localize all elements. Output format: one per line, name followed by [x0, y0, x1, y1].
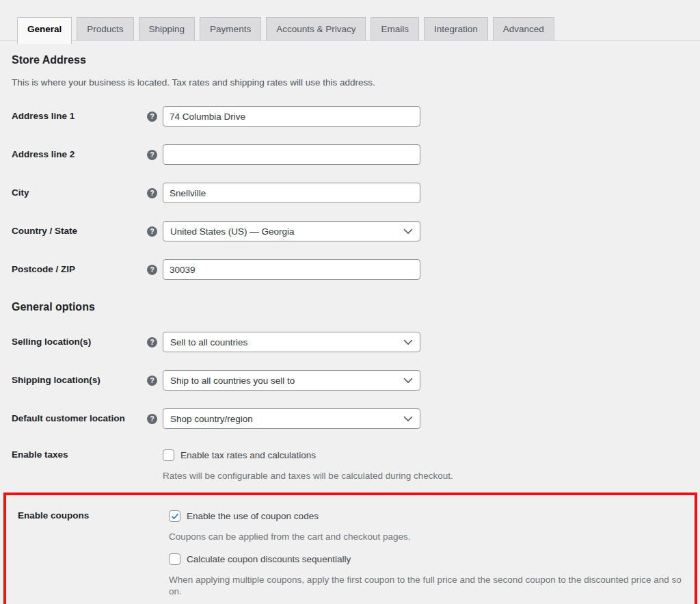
tab-payments[interactable]: Payments — [200, 17, 261, 40]
city-label: City — [12, 187, 147, 198]
enable-taxes-row: Enable taxes Enable tax rates and calcul… — [12, 449, 686, 482]
selling-location-selected-value: Sell to all countries — [170, 337, 247, 347]
settings-content: Store Address This is where your busines… — [0, 53, 700, 482]
help-icon[interactable]: ? — [147, 226, 157, 237]
checkmark-icon — [171, 512, 179, 521]
city-input[interactable] — [163, 183, 420, 203]
address-line-2-input[interactable] — [163, 144, 420, 165]
address-line-1-label: Address line 1 — [12, 111, 147, 122]
enable-taxes-checkbox[interactable] — [163, 449, 174, 461]
enable-coupon-codes-checkbox[interactable] — [169, 510, 180, 522]
selling-location-select[interactable]: Sell to all countries — [163, 332, 420, 352]
default-customer-location-selected-value: Shop country/region — [170, 414, 253, 424]
postcode-zip-input[interactable] — [163, 259, 420, 280]
selling-location-row: Selling location(s) ? Sell to all countr… — [12, 332, 686, 352]
sequential-coupons-description: When applying multiple coupons, apply th… — [169, 574, 686, 597]
tab-general[interactable]: General — [17, 17, 72, 44]
settings-tab-bar: General Products Shipping Payments Accou… — [0, 0, 700, 41]
enable-taxes-fieldset: Enable tax rates and calculations Rates … — [163, 449, 453, 482]
store-address-description: This is where your business is located. … — [12, 77, 686, 88]
help-icon[interactable]: ? — [147, 188, 157, 198]
sequential-coupons-checkbox-label[interactable]: Calculate coupon discounts sequentially — [187, 553, 351, 565]
enable-coupons-row: Enable coupons Enable the use of coupon … — [18, 510, 686, 597]
enable-coupon-codes-description: Coupons can be applied from the cart and… — [169, 531, 686, 542]
enable-taxes-description: Rates will be configurable and taxes wil… — [163, 470, 453, 482]
tab-shipping[interactable]: Shipping — [139, 17, 196, 40]
country-state-select[interactable]: United States (US) — Georgia — [163, 221, 420, 241]
enable-taxes-checkbox-line[interactable]: Enable tax rates and calculations — [163, 449, 453, 461]
country-state-row: Country / State ? United States (US) — G… — [12, 221, 686, 241]
general-options-heading: General options — [12, 300, 686, 313]
shipping-location-selected-value: Ship to all countries you sell to — [170, 376, 295, 386]
tab-accounts-privacy[interactable]: Accounts & Privacy — [266, 17, 366, 40]
sequential-coupons-checkbox-line[interactable]: Calculate coupon discounts sequentially — [169, 553, 686, 565]
chevron-down-icon — [403, 339, 413, 345]
tab-advanced[interactable]: Advanced — [493, 17, 554, 40]
tab-products[interactable]: Products — [77, 17, 133, 40]
enable-taxes-checkbox-label[interactable]: Enable tax rates and calculations — [180, 449, 316, 461]
enable-taxes-label: Enable taxes — [12, 449, 163, 460]
highlight-box: Enable coupons Enable the use of coupon … — [3, 493, 697, 604]
help-icon[interactable]: ? — [147, 376, 157, 386]
default-customer-location-label: Default customer location — [12, 413, 147, 424]
tab-integration[interactable]: Integration — [424, 17, 488, 40]
help-icon[interactable]: ? — [147, 265, 157, 275]
enable-coupon-codes-checkbox-label[interactable]: Enable the use of coupon codes — [187, 510, 319, 522]
default-customer-location-row: Default customer location ? Shop country… — [12, 408, 686, 429]
help-icon[interactable]: ? — [147, 337, 157, 347]
enable-coupons-label: Enable coupons — [18, 510, 169, 521]
address-line-1-input[interactable] — [163, 106, 420, 127]
store-address-heading: Store Address — [12, 53, 686, 66]
postcode-zip-row: Postcode / ZIP ? — [12, 259, 686, 280]
enable-coupon-codes-checkbox-line[interactable]: Enable the use of coupon codes — [169, 510, 686, 522]
address-line-2-label: Address line 2 — [12, 149, 147, 160]
address-line-2-row: Address line 2 ? — [12, 144, 686, 165]
chevron-down-icon — [403, 416, 413, 422]
help-icon[interactable]: ? — [147, 150, 157, 160]
chevron-down-icon — [403, 378, 413, 384]
postcode-zip-label: Postcode / ZIP — [12, 264, 147, 275]
help-icon[interactable]: ? — [147, 111, 157, 122]
shipping-location-label: Shipping location(s) — [12, 375, 147, 386]
selling-location-label: Selling location(s) — [12, 337, 147, 347]
city-row: City ? — [12, 183, 686, 203]
address-line-1-row: Address line 1 ? — [12, 106, 686, 127]
country-state-selected-value: United States (US) — Georgia — [170, 226, 295, 237]
help-icon[interactable]: ? — [147, 414, 157, 424]
enable-coupons-fieldset: Enable the use of coupon codes Coupons c… — [169, 510, 686, 597]
chevron-down-icon — [403, 228, 413, 235]
sequential-coupons-checkbox[interactable] — [169, 553, 180, 565]
shipping-location-row: Shipping location(s) ? Ship to all count… — [12, 370, 686, 391]
default-customer-location-select[interactable]: Shop country/region — [163, 408, 420, 429]
shipping-location-select[interactable]: Ship to all countries you sell to — [163, 370, 420, 391]
tab-emails[interactable]: Emails — [371, 17, 419, 40]
country-state-label: Country / State — [12, 226, 147, 237]
